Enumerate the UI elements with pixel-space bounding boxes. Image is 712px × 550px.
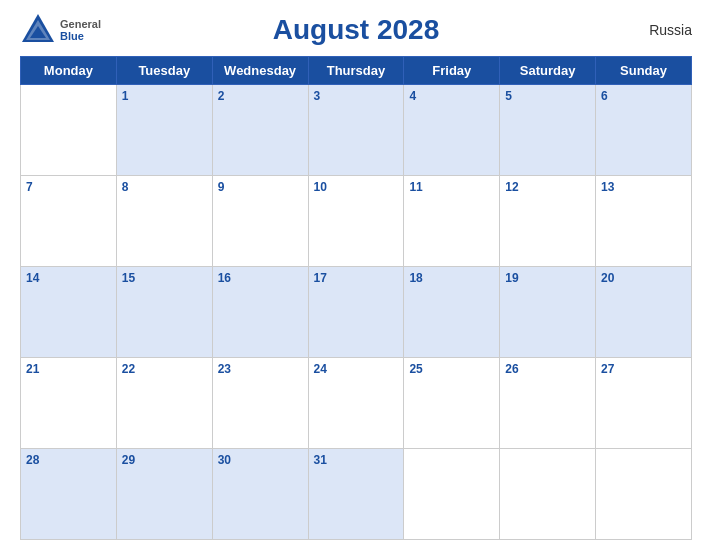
calendar-cell: 5 — [500, 85, 596, 176]
calendar-cell: 13 — [596, 176, 692, 267]
calendar-cell: 1 — [116, 85, 212, 176]
calendar-cell: 20 — [596, 267, 692, 358]
calendar-cell: 25 — [404, 358, 500, 449]
calendar-cell — [21, 85, 117, 176]
day-header-wednesday: Wednesday — [212, 57, 308, 85]
calendar-body: 1234567891011121314151617181920212223242… — [21, 85, 692, 540]
logo-icon — [20, 12, 56, 48]
calendar-cell: 17 — [308, 267, 404, 358]
calendar-cell: 29 — [116, 449, 212, 540]
day-header-saturday: Saturday — [500, 57, 596, 85]
days-of-week-row: MondayTuesdayWednesdayThursdayFridaySatu… — [21, 57, 692, 85]
calendar-cell — [596, 449, 692, 540]
calendar-cell: 15 — [116, 267, 212, 358]
calendar-cell: 30 — [212, 449, 308, 540]
day-header-thursday: Thursday — [308, 57, 404, 85]
day-header-tuesday: Tuesday — [116, 57, 212, 85]
calendar-cell: 26 — [500, 358, 596, 449]
logo-general-text: General — [60, 18, 101, 30]
day-header-monday: Monday — [21, 57, 117, 85]
day-header-friday: Friday — [404, 57, 500, 85]
calendar-cell: 18 — [404, 267, 500, 358]
calendar-cell: 8 — [116, 176, 212, 267]
calendar-cell: 16 — [212, 267, 308, 358]
calendar-week-1: 123456 — [21, 85, 692, 176]
calendar-cell: 11 — [404, 176, 500, 267]
country-label: Russia — [649, 22, 692, 38]
calendar-cell: 6 — [596, 85, 692, 176]
calendar-cell: 31 — [308, 449, 404, 540]
calendar-cell: 14 — [21, 267, 117, 358]
page-title: August 2028 — [273, 14, 440, 46]
calendar-week-2: 78910111213 — [21, 176, 692, 267]
calendar-cell: 3 — [308, 85, 404, 176]
calendar-cell — [500, 449, 596, 540]
calendar-cell: 23 — [212, 358, 308, 449]
calendar-week-3: 14151617181920 — [21, 267, 692, 358]
calendar-cell: 7 — [21, 176, 117, 267]
calendar-cell: 2 — [212, 85, 308, 176]
calendar-cell: 9 — [212, 176, 308, 267]
logo: General Blue — [20, 12, 101, 48]
calendar-cell: 22 — [116, 358, 212, 449]
calendar-header-row: MondayTuesdayWednesdayThursdayFridaySatu… — [21, 57, 692, 85]
calendar-week-4: 21222324252627 — [21, 358, 692, 449]
calendar-cell — [404, 449, 500, 540]
calendar-cell: 12 — [500, 176, 596, 267]
calendar-cell: 19 — [500, 267, 596, 358]
calendar-cell: 4 — [404, 85, 500, 176]
calendar-cell: 27 — [596, 358, 692, 449]
day-header-sunday: Sunday — [596, 57, 692, 85]
calendar-cell: 21 — [21, 358, 117, 449]
calendar-cell: 24 — [308, 358, 404, 449]
calendar-cell: 28 — [21, 449, 117, 540]
calendar-week-5: 28293031 — [21, 449, 692, 540]
logo-blue-text: Blue — [60, 30, 101, 42]
logo-text: General Blue — [60, 18, 101, 42]
calendar-header: General Blue August 2028 Russia — [20, 10, 692, 50]
calendar-table: MondayTuesdayWednesdayThursdayFridaySatu… — [20, 56, 692, 540]
calendar-cell: 10 — [308, 176, 404, 267]
